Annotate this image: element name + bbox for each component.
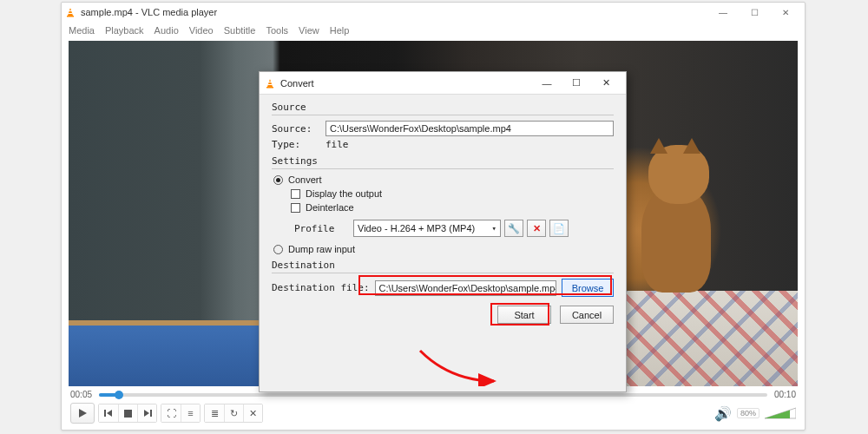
- menu-audio[interactable]: Audio: [155, 25, 179, 36]
- destination-field[interactable]: C:\Users\WonderFox\Desktop\sample.mp4: [375, 280, 556, 296]
- radio-icon: [273, 175, 283, 185]
- time-elapsed: 00:05: [70, 390, 92, 399]
- source-group-label: Source: [272, 102, 614, 113]
- edit-profile-button[interactable]: 🔧: [504, 220, 523, 237]
- destination-group-label: Destination: [272, 260, 614, 271]
- shuffle-button[interactable]: ✕: [243, 404, 262, 422]
- convert-radio[interactable]: Convert: [273, 174, 614, 185]
- dialog-close-button[interactable]: ✕: [591, 73, 621, 94]
- maximize-button[interactable]: ☐: [739, 3, 770, 22]
- svg-rect-3: [69, 13, 73, 14]
- volume-percent: 80%: [737, 408, 760, 418]
- controls-bar: ⛶ ≡ ≣ ↻ ✕ 🔊 80%: [62, 399, 805, 427]
- menubar: Media Playback Audio Video Subtitle Tool…: [62, 22, 805, 39]
- extended-settings-button[interactable]: ≡: [181, 404, 200, 422]
- deinterlace-checkbox[interactable]: Deinterlace: [291, 202, 614, 213]
- svg-marker-8: [144, 410, 149, 417]
- window-title: sample.mp4 - VLC media player: [81, 7, 217, 17]
- source-group: Source Source: C:\Users\WonderFox\Deskto…: [272, 102, 614, 150]
- svg-rect-15: [268, 84, 273, 85]
- destination-label: Destination file:: [272, 282, 370, 293]
- play-button[interactable]: [70, 403, 95, 424]
- checkbox-icon: [291, 189, 300, 199]
- annotation-arrow: [416, 346, 503, 386]
- menu-playback[interactable]: Playback: [105, 25, 144, 36]
- menu-media[interactable]: Media: [69, 25, 95, 36]
- svg-rect-14: [268, 82, 272, 82]
- destination-group: Destination Destination file: C:\Users\W…: [272, 260, 614, 297]
- settings-group-label: Settings: [272, 155, 614, 167]
- svg-marker-0: [68, 8, 73, 16]
- source-label: Source:: [272, 123, 320, 135]
- prev-button[interactable]: [99, 404, 118, 422]
- svg-marker-4: [79, 409, 87, 418]
- dialog-minimize-button[interactable]: —: [532, 73, 562, 94]
- start-button[interactable]: Start: [497, 306, 551, 324]
- svg-rect-5: [104, 410, 106, 417]
- cancel-button[interactable]: Cancel: [560, 306, 614, 324]
- playlist-button[interactable]: ≣: [205, 404, 224, 422]
- close-button[interactable]: ✕: [770, 3, 801, 22]
- convert-dialog: Convert — ☐ ✕ Source Source: C:\Users\Wo…: [259, 71, 627, 392]
- profile-label: Profile: [294, 223, 350, 234]
- volume-slider[interactable]: [765, 407, 796, 419]
- svg-rect-2: [69, 10, 72, 11]
- fullscreen-button[interactable]: ⛶: [161, 404, 181, 422]
- new-profile-icon: 📄: [553, 223, 565, 234]
- dialog-title: Convert: [280, 78, 314, 89]
- display-output-checkbox[interactable]: Display the output: [291, 188, 614, 199]
- svg-marker-6: [107, 410, 112, 417]
- loop-button[interactable]: ↻: [224, 404, 243, 422]
- menu-tools[interactable]: Tools: [266, 25, 288, 36]
- vlc-cone-icon: [65, 7, 76, 17]
- vlc-cone-icon: [265, 78, 275, 89]
- profile-combobox[interactable]: Video - H.264 + MP3 (MP4): [353, 220, 501, 237]
- browse-button[interactable]: Browse: [562, 279, 614, 297]
- next-button[interactable]: [137, 404, 156, 422]
- main-titlebar: sample.mp4 - VLC media player — ☐ ✕: [62, 3, 805, 22]
- delete-profile-button[interactable]: ✕: [527, 220, 546, 237]
- menu-video[interactable]: Video: [189, 25, 214, 36]
- menu-help[interactable]: Help: [330, 25, 350, 36]
- time-total: 00:10: [774, 390, 796, 399]
- settings-group: Settings Convert Display the output Dein…: [272, 155, 614, 254]
- svg-rect-7: [124, 410, 132, 418]
- svg-rect-9: [150, 410, 152, 417]
- checkbox-icon: [291, 203, 300, 213]
- source-field[interactable]: C:\Users\WonderFox\Desktop\sample.mp4: [326, 121, 614, 136]
- dump-raw-radio[interactable]: Dump raw input: [273, 244, 614, 254]
- speaker-icon[interactable]: 🔊: [714, 405, 732, 422]
- video-content: [641, 145, 737, 293]
- type-value: file: [326, 139, 349, 150]
- dialog-maximize-button[interactable]: ☐: [562, 73, 591, 94]
- radio-icon: [273, 245, 283, 254]
- svg-marker-12: [267, 79, 273, 87]
- menu-view[interactable]: View: [299, 25, 319, 36]
- minimize-button[interactable]: —: [707, 3, 739, 22]
- menu-subtitle[interactable]: Subtitle: [224, 25, 256, 36]
- new-profile-button[interactable]: 📄: [549, 220, 569, 237]
- stop-button[interactable]: [118, 404, 137, 422]
- type-label: Type:: [272, 139, 320, 150]
- dialog-titlebar: Convert — ☐ ✕: [260, 72, 626, 95]
- delete-x-icon: ✕: [533, 223, 541, 234]
- svg-rect-1: [67, 16, 74, 17]
- svg-rect-13: [266, 87, 273, 89]
- wrench-icon: 🔧: [508, 223, 520, 234]
